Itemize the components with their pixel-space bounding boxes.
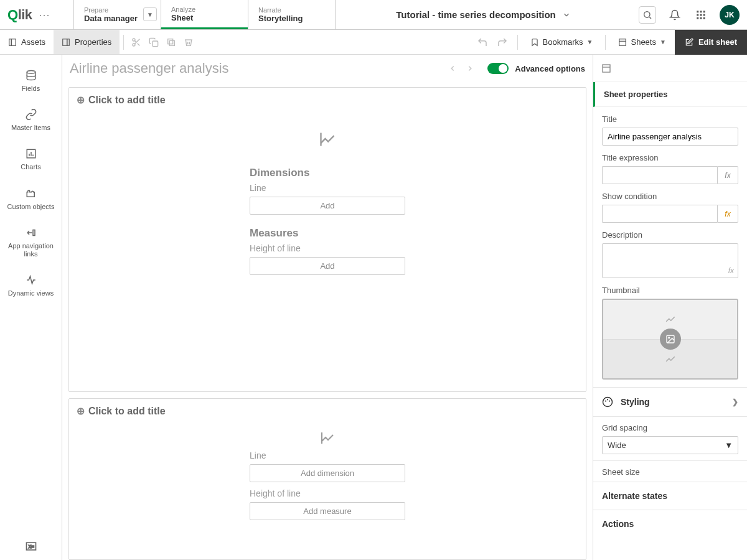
bookmarks-label: Bookmarks: [543, 37, 583, 47]
title-input[interactable]: [602, 128, 738, 146]
advanced-toggle: Advanced options: [487, 63, 585, 74]
copy-icon[interactable]: [145, 34, 162, 51]
separator: [605, 35, 606, 50]
fx-icon[interactable]: fx: [728, 266, 734, 275]
toolbar: Assets Properties Bookmarks ▼ Sheets: [0, 30, 747, 55]
app-title-text: Tutorial - time series decomposition: [396, 9, 555, 20]
dimension-label: Line: [250, 183, 405, 193]
redo-icon[interactable]: [494, 34, 511, 51]
add-measure-button[interactable]: Add measure: [250, 502, 405, 520]
left-rail: Fields Master items Charts Custom object…: [0, 55, 62, 560]
bell-icon[interactable]: [667, 7, 682, 22]
chart-object-1[interactable]: ⊕ Click to add title Dimensions Line Add…: [68, 87, 586, 392]
alternate-states-accordion[interactable]: Alternate states: [593, 482, 747, 510]
avatar[interactable]: JK: [720, 5, 740, 25]
svg-rect-7: [703, 14, 705, 16]
paste-icon[interactable]: [162, 34, 180, 51]
bookmarks-button[interactable]: Bookmarks ▼: [524, 30, 599, 55]
bar-chart-icon: [26, 147, 37, 161]
rail-custom-objects[interactable]: Custom objects: [0, 180, 62, 220]
svg-rect-14: [67, 39, 70, 45]
separator: [517, 35, 518, 50]
config-block: Line Add dimension Height of line Add me…: [250, 450, 405, 526]
tab-prepare-big: Data manager: [84, 14, 151, 23]
measures-heading: Measures: [250, 227, 405, 240]
svg-line-19: [135, 40, 137, 42]
add-dimension-button[interactable]: Add dimension: [250, 464, 405, 482]
title-expression-input[interactable]: [602, 166, 717, 184]
tab-analyze[interactable]: Analyze Sheet: [161, 0, 248, 29]
edit-sheet-button[interactable]: Edit sheet: [675, 30, 747, 55]
title-expression-label: Title expression: [602, 153, 738, 162]
advanced-switch[interactable]: [487, 63, 509, 74]
app-title[interactable]: Tutorial - time series decomposition: [335, 0, 631, 29]
rail-app-nav[interactable]: App navigation links: [0, 220, 62, 267]
chevron-right-icon: ❯: [732, 398, 738, 406]
chevron-down-icon[interactable]: ▼: [143, 7, 157, 21]
rail-custom-label: Custom objects: [7, 203, 55, 211]
svg-rect-4: [703, 11, 705, 12]
svg-rect-21: [170, 40, 175, 45]
config-block: Dimensions Line Add Measures Height of l…: [250, 161, 405, 281]
sheet-size-label: Sheet size: [602, 467, 738, 477]
add-dimension-button[interactable]: Add: [250, 197, 405, 215]
canvas-header: Airline passenger analysis Advanced opti…: [62, 55, 593, 82]
svg-rect-10: [703, 17, 705, 19]
prev-sheet-icon[interactable]: [444, 60, 461, 77]
rail-appnav-label: App navigation links: [2, 242, 59, 258]
tab-narrate[interactable]: Narrate Storytelling: [248, 0, 335, 29]
chart-object-2[interactable]: ⊕ Click to add title Line Add dimension …: [68, 398, 586, 560]
measure-label: Height of line: [250, 488, 405, 498]
rail-dynamic-views[interactable]: Dynamic views: [0, 267, 62, 306]
show-condition-label: Show condition: [602, 192, 738, 201]
undo-icon[interactable]: [474, 34, 491, 51]
canvas-area: Airline passenger analysis Advanced opti…: [62, 55, 593, 560]
image-icon[interactable]: [660, 329, 681, 350]
separator: [123, 35, 124, 50]
description-input[interactable]: fx: [602, 243, 738, 278]
properties-panel: Sheet properties Title Title expression …: [593, 55, 747, 560]
search-icon[interactable]: [639, 6, 656, 24]
actions-accordion[interactable]: Actions: [593, 510, 747, 538]
svg-rect-30: [33, 230, 35, 235]
svg-rect-12: [11, 39, 16, 45]
svg-point-36: [668, 337, 669, 338]
rail-master-items[interactable]: Master items: [0, 101, 62, 141]
toolbar-right: Bookmarks ▼ Sheets ▼ Edit sheet: [474, 30, 747, 55]
fx-button[interactable]: fx: [717, 205, 738, 223]
apps-grid-icon[interactable]: [693, 7, 708, 22]
rail-bottom: x=: [17, 533, 45, 560]
props-form: Title Title expression fx Show condition…: [593, 107, 747, 388]
svg-rect-6: [700, 14, 702, 16]
assets-tab[interactable]: Assets: [0, 30, 54, 54]
tab-analyze-small: Analyze: [171, 6, 238, 13]
edit-sheet-label: Edit sheet: [698, 37, 737, 47]
object-title-placeholder[interactable]: ⊕ Click to add title: [69, 88, 586, 112]
styling-accordion[interactable]: Styling ❯: [593, 388, 747, 417]
tab-prepare[interactable]: Prepare Data manager ▼: [73, 0, 161, 29]
properties-label: Properties: [75, 37, 111, 47]
sheets-button[interactable]: Sheets ▼: [612, 30, 672, 55]
svg-point-39: [607, 399, 608, 400]
grid-spacing-select[interactable]: Wide ▼: [602, 436, 738, 454]
delete-icon[interactable]: [180, 34, 197, 51]
grid-spacing-block: Grid spacing Wide ▼: [593, 417, 747, 461]
cut-icon[interactable]: [128, 34, 145, 51]
properties-tab[interactable]: Properties: [54, 30, 120, 54]
advanced-label: Advanced options: [515, 64, 585, 73]
add-measure-button[interactable]: Add: [250, 257, 405, 275]
object-title-placeholder[interactable]: ⊕ Click to add title: [69, 399, 586, 423]
svg-rect-13: [63, 39, 67, 45]
rail-fields[interactable]: Fields: [0, 62, 62, 101]
fx-button[interactable]: fx: [717, 166, 738, 184]
next-sheet-icon[interactable]: [461, 60, 479, 77]
rail-charts[interactable]: Charts: [0, 141, 62, 180]
rail-dynamic-label: Dynamic views: [8, 289, 54, 297]
thumbnail-box[interactable]: [602, 299, 738, 380]
qlik-logo[interactable]: Qlik: [7, 7, 32, 23]
variable-icon[interactable]: x=: [25, 540, 37, 553]
more-menu-icon[interactable]: ⋯: [39, 8, 50, 22]
alt-states-label: Alternate states: [602, 491, 667, 501]
svg-rect-2: [697, 11, 698, 12]
show-condition-input[interactable]: [602, 205, 717, 223]
